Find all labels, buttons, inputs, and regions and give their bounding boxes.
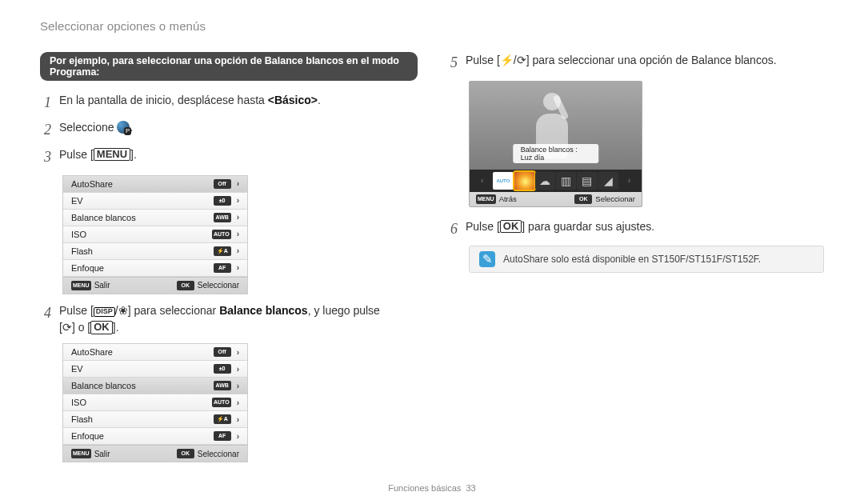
bold-text: <Básico> — [268, 94, 318, 106]
iso-icon: AUTO — [212, 230, 231, 239]
ok-key-icon: OK — [500, 220, 522, 233]
text: Pulse [ — [59, 148, 94, 161]
flash-icon: ⚡A — [214, 246, 231, 256]
text: Seleccionar — [198, 450, 239, 458]
chevron-right-icon: › — [237, 382, 239, 390]
ok-key-icon: OK — [177, 449, 194, 458]
text: Pulse [ — [466, 220, 500, 233]
menu-row: ISO AUTO› — [63, 226, 247, 243]
menu-row: Balance blancos AWB› — [63, 210, 247, 226]
autoshare-icon: Off — [214, 347, 231, 357]
ev-icon: ±0 — [214, 364, 231, 374]
text: . — [318, 94, 321, 106]
text: Seleccione — [59, 121, 117, 134]
menu-row: AutoShare Off› — [63, 344, 247, 361]
iso-icon: AUTO — [212, 398, 231, 407]
step-number: 2 — [40, 119, 51, 142]
text: Salir — [94, 281, 110, 290]
ok-key-icon: OK — [177, 281, 194, 290]
chevron-right-icon: › — [237, 213, 239, 222]
step-text: En la pantalla de inicio, desplácese has… — [59, 92, 418, 110]
ok-key-icon: OK — [90, 321, 113, 334]
menu-label: ISO — [71, 230, 86, 239]
text: Salir — [94, 450, 110, 458]
wb-tungsten-icon: ◢ — [598, 172, 618, 190]
timer-icon: ⟳ — [62, 321, 72, 334]
wb-icon: AWB — [214, 381, 231, 390]
wb-cloudy-icon: ☁ — [535, 172, 555, 190]
page-header: Seleccionar opciones o menús — [40, 19, 824, 33]
step-number: 4 — [40, 302, 51, 325]
menu-row: Flash ⚡A› — [63, 411, 247, 428]
menu-screenshot-b: AutoShare Off› EV ±0› Balance blancos AW… — [62, 343, 248, 462]
disp-key-icon: DISP — [94, 307, 115, 317]
wb-fluorescent-h-icon: ▥ — [556, 172, 576, 190]
text: ]. — [130, 148, 137, 161]
step-text: Pulse [DISP/❀] para seleccionar Balance … — [59, 302, 418, 337]
step-number: 1 — [40, 92, 51, 114]
menu-label: EV — [71, 364, 83, 374]
menu-row: EV ±0› — [63, 361, 247, 378]
ok-key-icon: OK — [574, 194, 592, 204]
page-footer: Funciones básicas 33 — [0, 483, 864, 493]
right-column: 5 Pulse [⚡/⟳] para seleccionar una opció… — [446, 52, 824, 470]
step-text: Seleccione . — [59, 119, 418, 137]
wb-auto-icon: AUTO — [493, 172, 513, 190]
menu-key-icon: MENU — [71, 449, 91, 458]
text: ] o [ — [72, 321, 90, 334]
autoshare-icon: Off — [214, 179, 231, 189]
menu-key-icon: MENU — [94, 148, 130, 161]
menu-label: Flash — [71, 246, 93, 256]
menu-row-selected: Balance blancos AWB› — [63, 378, 247, 394]
step-number: 3 — [40, 146, 51, 169]
focus-icon: AF — [214, 431, 231, 441]
menu-row: Enfoque AF› — [63, 428, 247, 445]
menu-footer: MENU Salir OK Seleccionar — [63, 277, 247, 294]
chevron-right-icon: › — [237, 196, 239, 205]
step-text: Pulse [⚡/⟳] para seleccionar una opción … — [466, 52, 824, 70]
menu-label: Enfoque — [71, 263, 104, 273]
menu-label: Balance blancos — [71, 381, 136, 390]
note-icon: ✎ — [479, 251, 495, 267]
menu-screenshot-a: AutoShare Off› EV ±0› Balance blancos AW… — [62, 175, 248, 294]
step-text: Pulse [MENU]. — [59, 146, 418, 164]
chevron-right-icon: › — [237, 246, 239, 255]
text: ] para seleccionar — [128, 304, 219, 317]
bold-text: Balance blancos — [219, 304, 308, 317]
menu-label: ISO — [71, 398, 86, 407]
chevron-right-icon: › — [237, 365, 239, 374]
menu-label: AutoShare — [71, 179, 113, 189]
focus-icon: AF — [214, 263, 231, 273]
menu-key-icon: MENU — [71, 281, 91, 290]
camera-preview-screenshot: Balance blancos : Luz día ‹ AUTO ☁ ▥ ▤ ◢… — [469, 81, 642, 207]
scroll-right-icon: › — [619, 172, 639, 190]
preview-footer: MENU Atrás OK Seleccionar — [470, 192, 642, 206]
chevron-right-icon: › — [237, 348, 239, 357]
text: ] para seleccionar una opción de Balance… — [526, 54, 777, 66]
note-box: ✎ AutoShare solo está disponible en ST15… — [469, 246, 824, 273]
step-1: 1 En la pantalla de inicio, desplácese h… — [40, 92, 418, 114]
step-text: Pulse [OK] para guardar sus ajustes. — [466, 218, 824, 236]
text: , y luego pulse — [308, 304, 380, 317]
step-6: 6 Pulse [OK] para guardar sus ajustes. — [446, 218, 824, 241]
flash-icon: ⚡ — [500, 54, 514, 66]
menu-footer: MENU Salir OK Seleccionar — [63, 445, 247, 462]
step-5: 5 Pulse [⚡/⟳] para seleccionar una opció… — [446, 52, 824, 74]
timer-icon: ⟳ — [517, 54, 526, 66]
text: En la pantalla de inicio, desplácese has… — [59, 94, 268, 106]
wb-daylight-icon — [514, 172, 534, 190]
text: Seleccionar — [198, 281, 239, 290]
step-number: 5 — [446, 52, 458, 74]
step-2: 2 Seleccione . — [40, 119, 418, 142]
chevron-right-icon: › — [237, 398, 239, 407]
menu-label: Flash — [71, 414, 93, 424]
chevron-right-icon: › — [237, 415, 239, 424]
menu-key-icon: MENU — [476, 194, 496, 204]
wb-icon: AWB — [214, 213, 231, 222]
macro-flower-icon: ❀ — [118, 304, 128, 317]
chevron-right-icon: › — [237, 432, 239, 441]
text: Pulse [ — [466, 54, 500, 66]
scroll-left-icon: ‹ — [472, 172, 492, 190]
wb-preview-label: Balance blancos : Luz día — [513, 144, 599, 163]
menu-row: AutoShare Off› — [63, 176, 247, 193]
